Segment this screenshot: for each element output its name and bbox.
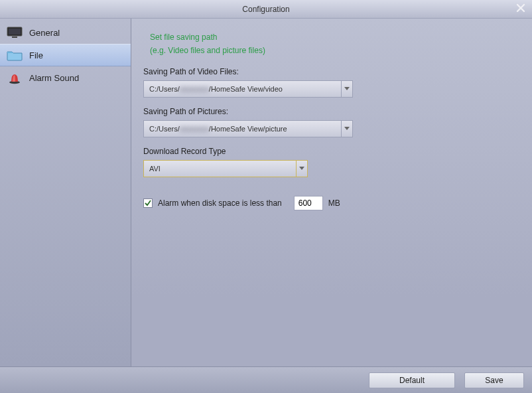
window-title: Configuration bbox=[242, 5, 289, 14]
picture-path-combo: C:/Users/ xxxxxxxx /HomeSafe View/pictur… bbox=[143, 120, 353, 137]
check-icon bbox=[145, 200, 151, 206]
section-heading-line2: (e.g. Video files and picture files) bbox=[150, 44, 520, 57]
download-type-input[interactable] bbox=[143, 160, 296, 177]
chevron-down-icon bbox=[344, 87, 350, 91]
picture-path-suffix: /HomeSafe View/picture bbox=[209, 125, 287, 133]
close-icon bbox=[516, 2, 525, 16]
sidebar-item-label: Alarm Sound bbox=[29, 73, 79, 83]
close-button[interactable] bbox=[513, 1, 528, 16]
monitor-icon bbox=[7, 26, 23, 39]
download-type-label: Download Record Type bbox=[143, 147, 520, 156]
disk-alarm-value-input[interactable] bbox=[294, 196, 323, 210]
disk-alarm-label: Alarm when disk space is less than bbox=[158, 198, 282, 208]
picture-path-prefix: C:/Users/ bbox=[149, 125, 180, 133]
section-heading-line1: Set file saving path bbox=[150, 31, 520, 44]
body: General File Alarm Sound Set file saving… bbox=[0, 19, 532, 366]
picture-path-input[interactable]: C:/Users/ xxxxxxxx /HomeSafe View/pictur… bbox=[143, 120, 341, 137]
picture-path-label: Saving Path of Pictures: bbox=[143, 107, 520, 116]
disk-alarm-checkbox[interactable] bbox=[143, 198, 153, 208]
picture-path-browse-button[interactable] bbox=[341, 120, 353, 137]
svg-rect-1 bbox=[9, 29, 21, 35]
download-type-combo bbox=[143, 160, 308, 177]
video-path-combo: C:/Users/ xxxxxxxx /HomeSafe View/video bbox=[143, 80, 353, 98]
siren-icon bbox=[7, 71, 23, 84]
picture-path-group: Saving Path of Pictures: C:/Users/ xxxxx… bbox=[143, 107, 520, 137]
svg-rect-2 bbox=[12, 37, 17, 38]
video-path-browse-button[interactable] bbox=[341, 80, 353, 98]
window: Configuration General File bbox=[0, 0, 532, 393]
video-path-prefix: C:/Users/ bbox=[149, 85, 180, 93]
disk-alarm-unit: MB bbox=[328, 198, 340, 208]
chevron-down-icon bbox=[344, 127, 350, 131]
default-button[interactable]: Default bbox=[369, 372, 455, 388]
footer: Default Save bbox=[0, 366, 532, 393]
sidebar-item-general[interactable]: General bbox=[0, 21, 131, 44]
download-type-dropdown-button[interactable] bbox=[296, 160, 308, 177]
disk-alarm-row: Alarm when disk space is less than MB bbox=[143, 196, 520, 210]
video-path-suffix: /HomeSafe View/video bbox=[209, 85, 283, 93]
folder-icon bbox=[7, 48, 23, 62]
chevron-down-icon bbox=[299, 167, 304, 171]
video-path-label: Saving Path of Video Files: bbox=[143, 67, 520, 76]
sidebar-item-label: General bbox=[29, 28, 60, 38]
titlebar: Configuration bbox=[0, 0, 532, 19]
save-button[interactable]: Save bbox=[464, 372, 524, 388]
video-path-group: Saving Path of Video Files: C:/Users/ xx… bbox=[143, 67, 520, 98]
sidebar-item-label: File bbox=[29, 50, 43, 60]
sidebar-item-file[interactable]: File bbox=[0, 44, 131, 66]
download-type-group: Download Record Type bbox=[143, 147, 520, 177]
picture-path-redacted: xxxxxxxx bbox=[180, 125, 209, 133]
content-panel: Set file saving path (e.g. Video files a… bbox=[131, 19, 532, 366]
sidebar-item-alarm-sound[interactable]: Alarm Sound bbox=[0, 66, 131, 89]
video-path-input[interactable]: C:/Users/ xxxxxxxx /HomeSafe View/video bbox=[143, 80, 341, 98]
video-path-redacted: xxxxxxxx bbox=[180, 85, 209, 93]
sidebar: General File Alarm Sound bbox=[0, 19, 131, 366]
